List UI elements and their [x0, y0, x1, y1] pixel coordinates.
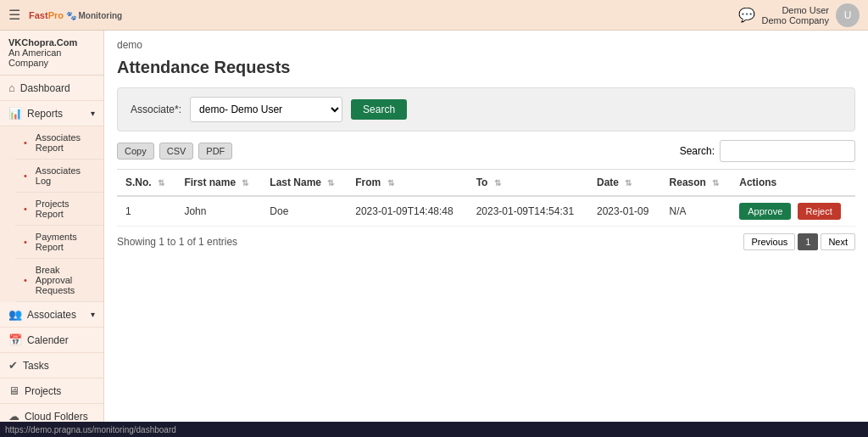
col-firstname[interactable]: First name ⇅	[175, 170, 261, 197]
topbar-right: 💬 Demo User Demo Company U	[738, 3, 860, 27]
approve-button[interactable]: Approve	[739, 203, 791, 220]
company-name: VKChopra.Com	[8, 37, 95, 48]
user-info: Demo User Demo Company	[762, 5, 829, 25]
sidebar-item-break-approval[interactable]: Break Approval Requests	[15, 259, 103, 302]
associate-select[interactable]: demo- Demo User	[190, 97, 342, 122]
avatar: U	[836, 3, 860, 27]
projects-icon: 🖥	[8, 384, 19, 397]
chat-icon[interactable]: 💬	[738, 7, 755, 23]
cell-actions: Approve Reject	[731, 196, 855, 227]
company-info: VKChopra.Com An American Company	[0, 31, 103, 76]
pdf-button[interactable]: PDF	[198, 143, 232, 160]
sidebar: VKChopra.Com An American Company ⌂ Dashb…	[0, 31, 104, 422]
logo-text: FastPro 🐾 Monitoring	[29, 9, 122, 21]
col-sno[interactable]: S.No. ⇅	[117, 170, 175, 197]
table-header-row: S.No. ⇅ First name ⇅ Last Name ⇅ From ⇅ …	[117, 170, 855, 197]
sidebar-item-tasks[interactable]: ✔ Tasks	[0, 353, 103, 378]
filter-panel: Associate*: demo- Demo User Search	[117, 87, 855, 132]
sidebar-label-tasks: Tasks	[23, 360, 49, 372]
col-reason[interactable]: Reason ⇅	[661, 170, 732, 197]
associate-label: Associate*:	[131, 104, 181, 115]
home-icon: ⌂	[8, 81, 15, 94]
logo-area: FastPro 🐾 Monitoring	[29, 9, 122, 21]
sidebar-label-projects: Projects	[25, 385, 61, 397]
search-button[interactable]: Search	[351, 99, 407, 120]
copy-button[interactable]: Copy	[117, 143, 154, 160]
user-company: Demo Company	[762, 15, 829, 25]
company-sub: An American Company	[8, 48, 95, 68]
chevron-down-icon: ▾	[91, 109, 95, 118]
topbar-left: ☰ FastPro 🐾 Monitoring	[8, 7, 122, 23]
search-area: Search:	[680, 140, 855, 162]
sidebar-item-reports[interactable]: 📊 Reports ▾	[0, 101, 103, 126]
sidebar-item-payments-report[interactable]: Payments Report	[15, 226, 103, 259]
associates-icon: 👥	[8, 308, 22, 321]
table-body: 1 John Doe 2023-01-09T14:48:48 2023-01-0…	[117, 196, 855, 227]
cell-reason: N/A	[661, 196, 732, 227]
sidebar-item-associates-log[interactable]: Associates Log	[15, 160, 103, 193]
col-to[interactable]: To ⇅	[468, 170, 588, 197]
associates-report-label: Associates Report	[36, 132, 95, 153]
status-bar: https://demo.pragna.us/monitoring/dashbo…	[0, 422, 868, 437]
breadcrumb: demo	[117, 39, 855, 51]
topbar: ☰ FastPro 🐾 Monitoring 💬 Demo User Demo …	[0, 0, 868, 31]
page-title: Attendance Requests	[117, 58, 855, 77]
table-row: 1 John Doe 2023-01-09T14:48:48 2023-01-0…	[117, 196, 855, 227]
sidebar-item-cloud-folders[interactable]: ☁ Cloud Folders	[0, 404, 103, 422]
sidebar-label-cloud: Cloud Folders	[25, 411, 88, 423]
search-label: Search:	[680, 145, 715, 157]
projects-report-label: Projects Report	[36, 199, 95, 219]
sidebar-item-projects-report[interactable]: Projects Report	[15, 193, 103, 226]
sidebar-item-associates[interactable]: 👥 Associates ▾	[0, 302, 103, 328]
reject-button[interactable]: Reject	[798, 203, 841, 220]
calendar-icon: 📅	[8, 333, 22, 346]
cell-from: 2023-01-09T14:48:48	[347, 196, 467, 227]
search-input[interactable]	[720, 140, 855, 162]
table-head: S.No. ⇅ First name ⇅ Last Name ⇅ From ⇅ …	[117, 170, 855, 197]
col-date[interactable]: Date ⇅	[588, 170, 661, 197]
col-from[interactable]: From ⇅	[347, 170, 467, 197]
next-button[interactable]: Next	[821, 233, 855, 250]
cell-firstname: John	[175, 196, 261, 227]
data-table: S.No. ⇅ First name ⇅ Last Name ⇅ From ⇅ …	[117, 169, 855, 227]
pagination-buttons: Previous 1 Next	[743, 233, 855, 250]
layout: VKChopra.Com An American Company ⌂ Dashb…	[0, 31, 868, 422]
cell-date: 2023-01-09	[588, 196, 661, 227]
cell-lastname: Doe	[261, 196, 347, 227]
tasks-icon: ✔	[8, 359, 18, 372]
sidebar-label-calender: Calender	[27, 334, 69, 346]
pagination-area: Showing 1 to 1 of 1 entries Previous 1 N…	[117, 233, 855, 250]
cloud-icon: ☁	[8, 410, 19, 422]
col-lastname[interactable]: Last Name ⇅	[261, 170, 347, 197]
sidebar-label-reports: Reports	[27, 108, 63, 120]
sidebar-label-associates: Associates	[27, 309, 76, 321]
sidebar-item-associates-report[interactable]: Associates Report	[15, 126, 103, 160]
user-name: Demo User	[762, 5, 829, 15]
hamburger-icon[interactable]: ☰	[8, 7, 20, 23]
col-actions: Actions	[731, 170, 855, 197]
sidebar-item-projects[interactable]: 🖥 Projects	[0, 378, 103, 404]
reports-icon: 📊	[8, 107, 22, 120]
sidebar-item-dashboard[interactable]: ⌂ Dashboard	[0, 76, 103, 101]
reports-left: 📊 Reports	[8, 107, 63, 120]
cell-sno: 1	[117, 196, 175, 227]
sidebar-label-dashboard: Dashboard	[20, 82, 70, 94]
associates-log-label: Associates Log	[36, 165, 95, 186]
status-url: https://demo.pragna.us/monitoring/dashbo…	[5, 425, 176, 434]
associates-left: 👥 Associates	[8, 308, 76, 321]
csv-button[interactable]: CSV	[159, 143, 194, 160]
showing-text: Showing 1 to 1 of 1 entries	[117, 236, 237, 248]
table-controls: Copy CSV PDF Search:	[117, 140, 855, 162]
main-content: demo Attendance Requests Associate*: dem…	[104, 31, 868, 422]
prev-button[interactable]: Previous	[743, 233, 795, 250]
page-1-button[interactable]: 1	[798, 233, 818, 250]
payments-report-label: Payments Report	[36, 232, 95, 252]
reports-submenu: Associates Report Associates Log Project…	[0, 126, 103, 302]
break-approval-label: Break Approval Requests	[36, 265, 95, 295]
sidebar-item-calender[interactable]: 📅 Calender	[0, 328, 103, 353]
cell-to: 2023-01-09T14:54:31	[468, 196, 588, 227]
chevron-down-icon-2: ▾	[91, 310, 95, 319]
